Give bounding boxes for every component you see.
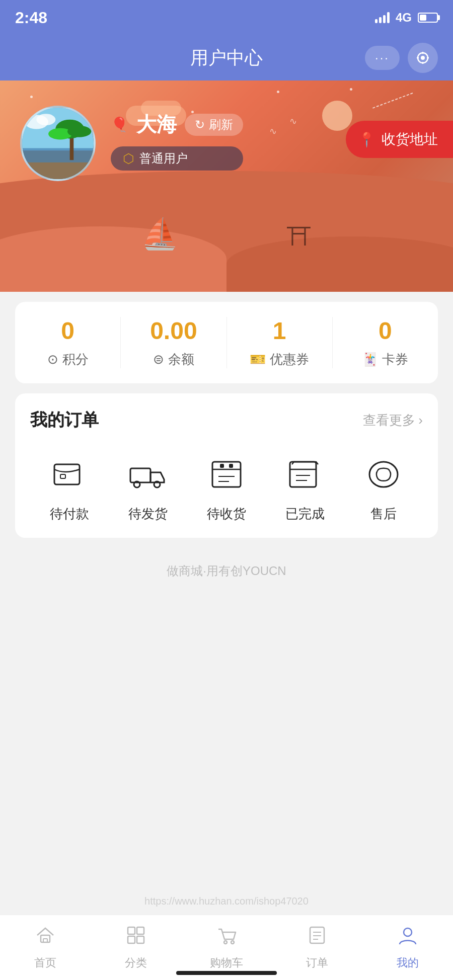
avatar[interactable]	[20, 106, 96, 181]
user-name-row: 🎈 大海 ↻ 刷新	[111, 111, 243, 138]
user-badge: ⬡ 普通用户	[111, 146, 243, 171]
home-label: 首页	[34, 955, 56, 970]
balloon-icon: 🎈	[111, 116, 128, 133]
svg-rect-11	[22, 148, 94, 162]
bottom-nav: 首页 分类 购物车	[0, 915, 453, 980]
category-icon	[125, 924, 147, 951]
banner-star	[277, 91, 279, 93]
cards-value: 0	[379, 317, 392, 345]
banner-pagoda: ⛩	[287, 222, 312, 252]
order-completed[interactable]: 已完成	[282, 452, 328, 523]
stats-section: 0 ⊙ 积分 0.00 ⊜ 余额 1 🎫 优惠券 0 🃏 卡券	[15, 302, 438, 383]
refresh-label: 刷新	[209, 117, 233, 133]
banner-star	[350, 88, 352, 91]
stat-coupons[interactable]: 1 🎫 优惠券	[227, 317, 333, 368]
cards-label: 🃏 卡券	[362, 351, 408, 368]
pending-payment-icon	[47, 452, 92, 497]
pending-shipment-label: 待发货	[128, 505, 168, 523]
mine-icon	[397, 924, 419, 951]
svg-point-15	[67, 126, 91, 137]
svg-rect-34	[137, 927, 144, 934]
order-pending-receipt[interactable]: 待收货	[204, 452, 249, 523]
points-value: 0	[61, 317, 74, 345]
balance-label: ⊜ 余额	[153, 351, 194, 368]
stat-balance[interactable]: 0.00 ⊜ 余额	[121, 317, 226, 368]
banner-bird: ∿	[269, 126, 277, 137]
svg-rect-18	[130, 468, 150, 482]
home-icon	[34, 924, 56, 951]
svg-rect-21	[212, 462, 241, 487]
delivery-address-button[interactable]: 📍 收货地址	[346, 121, 453, 158]
home-indicator	[176, 971, 277, 975]
orders-icons: 待付款 待发货	[30, 452, 423, 523]
svg-rect-16	[54, 464, 80, 484]
status-bar: 2:48 4G	[0, 0, 453, 35]
svg-rect-23	[220, 464, 223, 467]
after-sale-label: 售后	[370, 505, 397, 523]
svg-point-38	[231, 941, 234, 944]
mine-label: 我的	[397, 955, 419, 970]
coupons-label: 🎫 优惠券	[250, 351, 309, 368]
svg-rect-33	[128, 927, 135, 934]
category-label: 分类	[125, 955, 147, 970]
page-title: 用户中心	[190, 46, 263, 70]
svg-rect-27	[290, 462, 316, 487]
user-type: 普通用户	[139, 150, 188, 167]
more-options-button[interactable]: ···	[365, 46, 400, 70]
cart-label: 购物车	[210, 955, 243, 970]
orders-title: 我的订单	[30, 409, 99, 432]
order-pending-shipment[interactable]: 待发货	[125, 452, 171, 523]
pending-shipment-icon	[125, 452, 171, 497]
svg-rect-35	[128, 936, 135, 943]
svg-rect-24	[230, 464, 233, 467]
nav-cart[interactable]: 购物车	[181, 924, 272, 970]
svg-point-1	[421, 56, 425, 60]
cards-icon: 🃏	[362, 352, 378, 367]
pending-receipt-label: 待收货	[207, 505, 246, 523]
location-icon: 📍	[358, 131, 375, 148]
svg-rect-36	[137, 936, 144, 943]
shooting-star-icon	[362, 91, 423, 111]
delivery-label: 收货地址	[382, 130, 438, 149]
coupons-icon: 🎫	[250, 352, 266, 367]
nav-category[interactable]: 分类	[91, 924, 181, 970]
orders-icon	[306, 924, 328, 951]
banner-dune3	[226, 236, 453, 292]
pending-payment-label: 待付款	[50, 505, 89, 523]
orders-label: 订单	[306, 955, 328, 970]
order-after-sale[interactable]: 售后	[361, 452, 406, 523]
banner-sun	[322, 101, 352, 131]
scan-button[interactable]	[408, 43, 438, 73]
header: 用户中心 ···	[0, 35, 453, 80]
svg-rect-17	[60, 474, 65, 478]
status-time: 2:48	[15, 9, 47, 27]
order-pending-payment[interactable]: 待付款	[47, 452, 92, 523]
nav-mine[interactable]: 我的	[362, 924, 453, 970]
cart-icon	[215, 924, 238, 951]
balance-icon: ⊜	[153, 352, 164, 367]
header-actions: ···	[365, 43, 438, 73]
banner-boat: ⛵	[141, 216, 179, 252]
after-sale-icon	[361, 452, 406, 497]
battery-icon	[418, 13, 438, 23]
signal-icon	[375, 12, 390, 23]
points-label: ⊙ 积分	[47, 351, 89, 368]
nav-home[interactable]: 首页	[0, 924, 91, 970]
stat-cards[interactable]: 0 🃏 卡券	[333, 317, 438, 368]
orders-header: 我的订单 查看更多 ›	[30, 409, 423, 432]
status-icons: 4G	[375, 11, 438, 25]
refresh-button[interactable]: ↻ 刷新	[185, 114, 243, 136]
completed-label: 已完成	[285, 505, 325, 523]
refresh-icon: ↻	[195, 118, 205, 132]
completed-icon	[282, 452, 328, 497]
profile-banner: ∿ ∿ ⛩ ⛵	[0, 80, 453, 292]
badge-icon: ⬡	[123, 151, 134, 167]
svg-line-6	[372, 93, 413, 108]
stat-points[interactable]: 0 ⊙ 积分	[15, 317, 121, 368]
nav-orders[interactable]: 订单	[272, 924, 362, 970]
network-type: 4G	[396, 11, 412, 25]
svg-point-9	[36, 114, 55, 125]
points-icon: ⊙	[47, 352, 58, 367]
orders-more-button[interactable]: 查看更多 ›	[363, 412, 423, 429]
footer-text: 做商城·用有创YOUCN	[0, 548, 453, 594]
